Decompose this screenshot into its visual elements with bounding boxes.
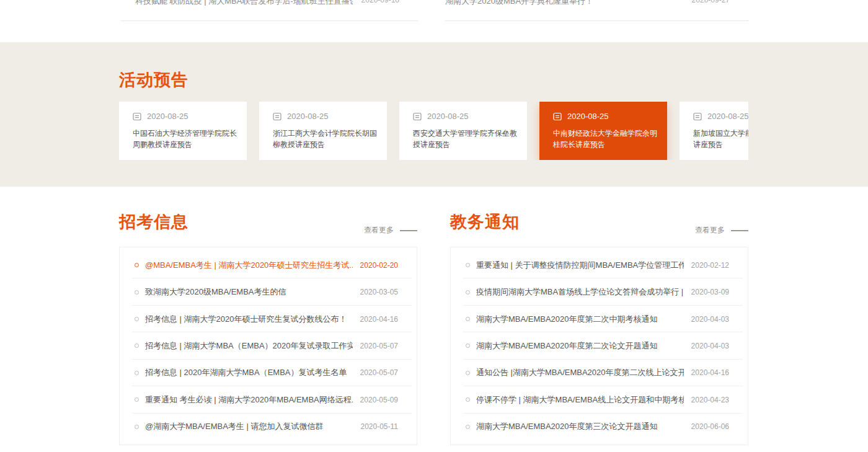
bullet-circle-icon	[135, 290, 139, 295]
list-item[interactable]: 疫情期间湖南大学MBA首场线上学位论文答辩会成功举行 | ... 2020-03…	[451, 278, 748, 305]
card-date: 2020-08-25	[147, 112, 188, 121]
list-item[interactable]: 招考信息 | 2020年湖南大学MBA（EMBA）复试考生名单 2020-05-…	[120, 360, 417, 386]
academic-more-link[interactable]: 查看更多	[695, 225, 748, 236]
news-item[interactable]: 科技赋能 联防战疫 | 湖大MBA联合发布学后-瑞航班主任直播课 2020-09…	[120, 0, 418, 7]
lower-panels: 招考信息 查看更多 @MBA/EMBA考生 | 湖南大学2020年硕士研究生招生…	[119, 187, 748, 452]
item-title: 重要通知 | 关于调整疫情防控期间MBA/EMBA学位管理工作...	[476, 260, 684, 271]
item-title: 通知公告 |湖南大学MBA/EMBA2020年度第二次线上论文开...	[476, 367, 684, 378]
list-item[interactable]: 重要通知 | 关于调整疫情防控期间MBA/EMBA学位管理工作... 2020-…	[451, 252, 748, 278]
item-date: 2020-06-06	[691, 422, 729, 431]
top-news-right-column: 湖南大学2020级MBA开学典礼隆重举行！ 2020-09-27	[445, 0, 748, 21]
news-date: 2020-09-10	[361, 0, 418, 4]
calendar-note-icon	[273, 112, 281, 121]
top-news-strip: 科技赋能 联防战疫 | 湖大MBA联合发布学后-瑞航班主任直播课 2020-09…	[0, 0, 868, 42]
admissions-heading: 招考信息	[119, 211, 188, 233]
event-card[interactable]: 2020-08-25 西安交通大学管理学院齐保垒教 授讲座预告	[399, 102, 527, 160]
bullet-circle-icon	[466, 290, 470, 295]
item-date: 2020-02-12	[691, 261, 729, 270]
calendar-note-icon	[413, 112, 422, 121]
more-label: 查看更多	[364, 225, 394, 236]
list-item[interactable]: @湖南大学MBA/EMBA考生 | 请您加入复试微信群 2020-05-11	[120, 414, 417, 440]
item-date: 2020-05-11	[361, 422, 399, 431]
event-cards-row: 2020-08-25 中国石油大学经济管理学院院长 周鹏教授讲座预告 2020-…	[119, 102, 748, 160]
bullet-circle-icon	[466, 343, 470, 348]
item-date: 2020-02-20	[360, 261, 398, 270]
card-title: 西安交通大学管理学院齐保垒教 授讲座预告	[413, 128, 521, 150]
card-title: 中国石油大学经济管理学院院长 周鹏教授讲座预告	[133, 128, 241, 150]
item-title: 湖南大学MBA/EMBA2020年度第三次论文开题通知	[476, 421, 684, 432]
list-item[interactable]: 重要通知 考生必读 | 湖南大学2020年MBA/EMBA网络远程... 202…	[120, 386, 417, 413]
item-date: 2020-04-16	[691, 368, 729, 377]
item-title: @MBA/EMBA考生 | 湖南大学2020年硕士研究生招生考试...	[145, 260, 353, 271]
card-date: 2020-08-25	[567, 112, 609, 121]
item-title: 停课不停学 | 湖南大学MBA/EMBA线上论文开题和中期考核...	[476, 394, 684, 405]
academic-heading: 教务通知	[450, 211, 520, 233]
card-date-row: 2020-08-25	[273, 112, 381, 121]
card-date: 2020-08-25	[427, 112, 469, 121]
top-news-left-column: 科技赋能 联防战疫 | 湖大MBA联合发布学后-瑞航班主任直播课 2020-09…	[120, 0, 418, 21]
academic-list: 重要通知 | 关于调整疫情防控期间MBA/EMBA学位管理工作... 2020-…	[450, 247, 748, 445]
item-title: 招考信息 | 湖南大学MBA（EMBA）2020年复试录取工作实...	[145, 340, 353, 352]
card-date-row: 2020-08-25	[553, 112, 661, 121]
admissions-panel: 招考信息 查看更多 @MBA/EMBA考生 | 湖南大学2020年硕士研究生招生…	[119, 187, 417, 452]
list-item[interactable]: 致湖南大学2020级MBA/EMBA考生的信 2020-03-05	[120, 278, 417, 305]
news-title: 科技赋能 联防战疫 | 湖大MBA联合发布学后-瑞航班主任直播课	[135, 0, 353, 7]
item-date: 2020-04-23	[691, 396, 729, 404]
item-title: 招考信息 | 2020年湖南大学MBA（EMBA）复试考生名单	[145, 367, 353, 378]
news-item[interactable]: 湖南大学2020级MBA开学典礼隆重举行！ 2020-09-27	[445, 0, 748, 7]
card-date-row: 2020-08-25	[133, 112, 241, 121]
more-label: 查看更多	[695, 225, 725, 236]
card-title: 浙江工商大学会计学院院长胡国 柳教授讲座预告	[273, 128, 381, 150]
card-date: 2020-08-25	[287, 112, 329, 121]
admissions-list: @MBA/EMBA考生 | 湖南大学2020年硕士研究生招生考试... 2020…	[119, 247, 417, 445]
bullet-circle-icon	[135, 317, 139, 321]
list-item[interactable]: 招考信息 | 湖南大学MBA（EMBA）2020年复试录取工作实... 2020…	[120, 332, 417, 359]
dash-icon	[731, 230, 748, 231]
list-item[interactable]: 湖南大学MBA/EMBA2020年度第二次中期考核通知 2020-04-03	[451, 306, 748, 332]
bullet-circle-icon	[135, 263, 139, 267]
item-title: 重要通知 考生必读 | 湖南大学2020年MBA/EMBA网络远程...	[145, 394, 353, 405]
item-date: 2020-03-05	[360, 288, 398, 296]
bullet-circle-icon	[466, 371, 470, 375]
list-item[interactable]: @MBA/EMBA考生 | 湖南大学2020年硕士研究生招生考试... 2020…	[120, 252, 417, 278]
item-title: 湖南大学MBA/EMBA2020年度第二次中期考核通知	[476, 314, 684, 325]
card-title: 中南财经政法大学金融学院余明 桂院长讲座预告	[553, 128, 661, 150]
admissions-more-link[interactable]: 查看更多	[364, 225, 417, 236]
item-date: 2020-05-07	[360, 342, 398, 350]
item-title: @湖南大学MBA/EMBA考生 | 请您加入复试微信群	[145, 421, 353, 432]
card-date-row: 2020-08-25	[693, 112, 748, 121]
item-date: 2020-04-03	[691, 315, 729, 324]
bullet-circle-icon	[135, 371, 139, 375]
item-date: 2020-05-09	[360, 396, 398, 404]
bullet-circle-icon	[135, 397, 139, 402]
list-item[interactable]: 停课不停学 | 湖南大学MBA/EMBA线上论文开题和中期考核... 2020-…	[451, 386, 748, 413]
list-item[interactable]: 通知公告 |湖南大学MBA/EMBA2020年度第二次线上论文开... 2020…	[451, 360, 748, 386]
bullet-circle-icon	[466, 317, 470, 321]
list-item[interactable]: 湖南大学MBA/EMBA2020年度第三次论文开题通知 2020-06-06	[451, 414, 748, 440]
item-title: 招考信息 | 湖南大学2020年硕士研究生复试分数线公布！	[145, 314, 353, 325]
event-card[interactable]: 2020-08-25 新加坡国立大学能源专家 讲座预告	[680, 102, 748, 160]
event-card[interactable]: 2020-08-25 中国石油大学经济管理学院院长 周鹏教授讲座预告	[119, 102, 247, 160]
calendar-note-icon	[553, 112, 562, 121]
list-item[interactable]: 招考信息 | 湖南大学2020年硕士研究生复试分数线公布！ 2020-04-16	[120, 306, 417, 332]
bullet-circle-icon	[135, 425, 139, 429]
calendar-note-icon	[133, 112, 141, 121]
item-title: 湖南大学MBA/EMBA2020年度第二次论文开题通知	[476, 340, 684, 352]
news-date: 2020-09-27	[692, 0, 748, 4]
events-section: 活动预告 查看更多 2020-08-25 中国石油大学经济管理学院院长 周鹏教授…	[0, 42, 868, 187]
bullet-circle-icon	[135, 343, 139, 348]
calendar-note-icon	[693, 112, 702, 121]
event-card-active[interactable]: 2020-08-25 中南财经政法大学金融学院余明 桂院长讲座预告	[539, 102, 667, 160]
item-date: 2020-05-07	[360, 368, 398, 377]
bullet-circle-icon	[466, 425, 470, 429]
card-date: 2020-08-25	[707, 112, 748, 121]
item-title: 疫情期间湖南大学MBA首场线上学位论文答辩会成功举行 | ...	[476, 286, 684, 298]
list-item[interactable]: 湖南大学MBA/EMBA2020年度第二次论文开题通知 2020-04-03	[451, 332, 748, 359]
event-card[interactable]: 2020-08-25 浙江工商大学会计学院院长胡国 柳教授讲座预告	[259, 102, 387, 160]
card-date-row: 2020-08-25	[413, 112, 521, 121]
bullet-circle-icon	[466, 397, 470, 402]
card-title: 新加坡国立大学能源专家 讲座预告	[693, 128, 748, 150]
news-title: 湖南大学2020级MBA开学典礼隆重举行！	[445, 0, 683, 7]
item-title: 致湖南大学2020级MBA/EMBA考生的信	[145, 286, 353, 298]
academic-panel: 教务通知 查看更多 重要通知 | 关于调整疫情防控期间MBA/EMBA学位管理工…	[450, 187, 748, 452]
